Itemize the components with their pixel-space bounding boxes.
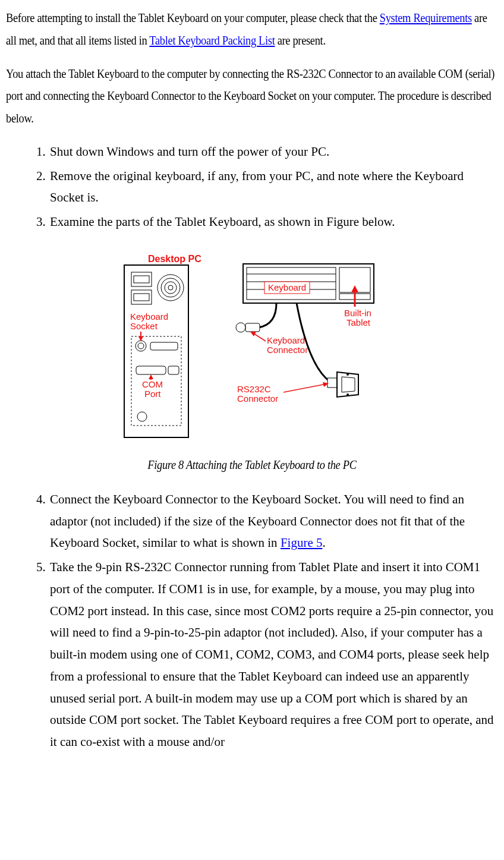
step-3: Examine the parts of the Tablet Keyboard… bbox=[49, 211, 498, 233]
step-2: Remove the original keyboard, if any, fr… bbox=[49, 165, 498, 209]
svg-rect-35 bbox=[327, 378, 337, 388]
label-com-l1: COM bbox=[142, 379, 163, 389]
steps-list: Shut down Windows and turn off the power… bbox=[6, 141, 498, 233]
intro-paragraph-2: You attach the Tablet Keyboard to the co… bbox=[6, 63, 495, 130]
label-keyboard-socket-l1: Keyboard bbox=[130, 311, 168, 322]
figure-8: Desktop PC Keyboard Socket COM bbox=[6, 247, 498, 443]
text: Before attempting to install the Tablet … bbox=[6, 11, 380, 25]
svg-point-11 bbox=[138, 343, 144, 349]
label-rs-l1: RS232C bbox=[237, 384, 271, 394]
text: . bbox=[322, 535, 325, 550]
label-kbconn-l2: Connector bbox=[267, 345, 308, 355]
svg-rect-2 bbox=[134, 276, 149, 283]
svg-rect-14 bbox=[168, 366, 179, 374]
text: Connect the Keyboard Connector to the Ke… bbox=[50, 492, 465, 550]
svg-rect-12 bbox=[150, 342, 178, 350]
svg-point-15 bbox=[137, 412, 147, 421]
intro-paragraph-1: Before attempting to install the Tablet … bbox=[6, 7, 495, 52]
step-5: Take the 9-pin RS-232C Connector running… bbox=[49, 556, 498, 753]
label-builtin-l2: Tablet bbox=[346, 317, 371, 327]
svg-point-32 bbox=[236, 323, 245, 332]
label-keyboard: Keyboard bbox=[268, 282, 306, 292]
step-1: Shut down Windows and turn off the power… bbox=[49, 141, 498, 163]
link-packing-list[interactable]: Tablet Keyboard Packing List bbox=[149, 33, 275, 48]
svg-rect-31 bbox=[245, 323, 260, 332]
label-rs-l2: Connector bbox=[237, 393, 278, 404]
svg-marker-37 bbox=[342, 377, 355, 392]
steps-list-cont: Connect the Keyboard Connector to the Ke… bbox=[6, 489, 498, 753]
text: are present. bbox=[275, 33, 325, 48]
step-4: Connect the Keyboard Connector to the Ke… bbox=[49, 489, 498, 554]
label-com-l2: Port bbox=[144, 389, 161, 399]
svg-rect-13 bbox=[136, 366, 166, 374]
label-builtin-l1: Built-in bbox=[344, 308, 371, 318]
svg-point-39 bbox=[346, 393, 349, 396]
svg-line-40 bbox=[284, 384, 326, 392]
label-kbconn-l1: Keyboard bbox=[267, 335, 305, 345]
link-system-requirements[interactable]: System Requirements bbox=[380, 11, 472, 25]
svg-point-38 bbox=[346, 373, 349, 376]
label-desktop-pc: Desktop PC bbox=[148, 254, 201, 264]
diagram-image: Desktop PC Keyboard Socket COM bbox=[118, 247, 386, 443]
link-figure-5[interactable]: Figure 5 bbox=[281, 535, 323, 550]
svg-rect-4 bbox=[134, 294, 149, 301]
label-keyboard-socket-l2: Socket bbox=[130, 321, 158, 331]
figure-caption: Figure 8 Attaching the Tablet Keyboard t… bbox=[36, 454, 469, 477]
